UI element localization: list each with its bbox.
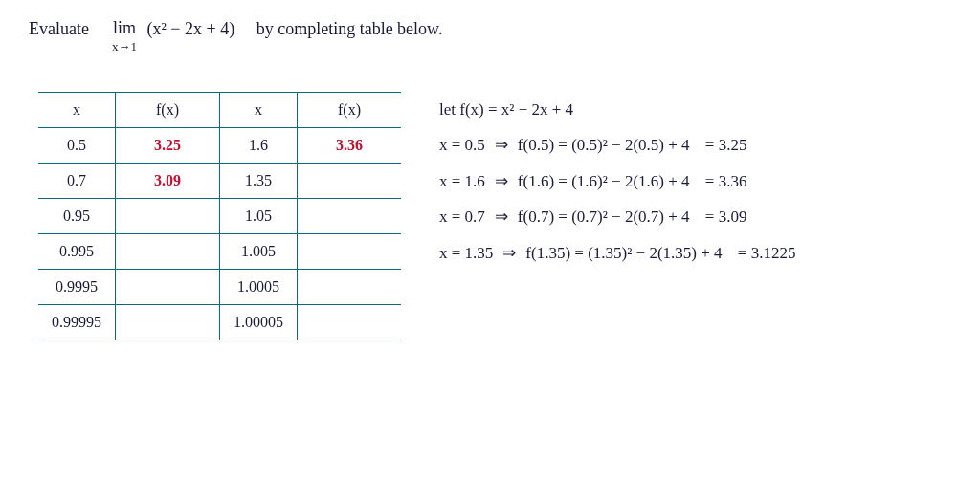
cell-x-left: 0.995 (38, 234, 116, 270)
work-fexpr: f(0.7) = (0.7)² − 2(0.7) + 4 (518, 208, 690, 226)
limit-expression: (x² − 2x + 4) (146, 19, 234, 38)
table-row: 0.73.091.35 (38, 164, 401, 199)
let-line: let f(x) = x² − 2x + 4 (439, 92, 795, 127)
table-row: 0.951.05 (38, 199, 401, 234)
cell-fx-left (116, 305, 220, 340)
work-fexpr: f(1.6) = (1.6)² − 2(1.6) + 4 (518, 172, 690, 190)
cell-x-right: 1.05 (220, 199, 298, 234)
work-fexpr: f(0.5) = (0.5)² − 2(0.5) + 4 (518, 136, 690, 154)
work-x: x = 0.5 (439, 136, 485, 154)
cell-x-left: 0.95 (38, 199, 116, 234)
arrow-icon: ⇒ (495, 199, 508, 234)
work-result: = 3.25 (702, 136, 747, 154)
cell-x-right: 1.6 (220, 128, 298, 164)
col-x-right: x (220, 93, 298, 128)
cell-fx-right (298, 199, 402, 234)
cell-x-right: 1.005 (220, 234, 298, 270)
work-x: x = 1.35 (439, 244, 493, 262)
arrow-icon: ⇒ (495, 164, 508, 199)
cell-x-left: 0.99995 (38, 305, 116, 340)
work-x: x = 1.6 (439, 172, 485, 190)
cell-x-left: 0.7 (38, 164, 116, 199)
cell-x-right: 1.00005 (220, 305, 298, 340)
work-line: x = 1.6⇒f(1.6) = (1.6)² − 2(1.6) + 4 = 3… (439, 164, 795, 199)
values-table: x f(x) x f(x) 0.53.251.63.360.73.091.350… (38, 92, 401, 340)
cell-fx-right (298, 234, 402, 270)
work-x: x = 0.7 (439, 208, 485, 226)
cell-fx-left (116, 199, 220, 234)
cell-fx-right (298, 270, 402, 305)
col-fx-right: f(x) (298, 93, 402, 128)
cell-fx-left (116, 234, 220, 270)
cell-fx-left: 3.25 (116, 128, 220, 164)
work-line: x = 0.7⇒f(0.7) = (0.7)² − 2(0.7) + 4 = 3… (439, 199, 795, 234)
cell-x-left: 0.9995 (38, 270, 116, 305)
table-row: 0.9951.005 (38, 234, 401, 270)
col-fx-left: f(x) (116, 93, 220, 128)
work-result: = 3.1225 (734, 244, 796, 262)
lim-word: lim (113, 18, 136, 37)
cell-fx-right (298, 305, 402, 340)
work-area: let f(x) = x² − 2x + 4 x = 0.5⇒f(0.5) = … (439, 92, 795, 340)
table-row: 0.53.251.63.36 (38, 128, 401, 164)
col-x-left: x (38, 93, 116, 128)
work-result: = 3.09 (702, 208, 747, 226)
limit-notation: lim x→1 (112, 19, 137, 54)
cell-fx-left: 3.09 (116, 164, 220, 199)
lim-sub: x→1 (112, 39, 137, 54)
work-fexpr: f(1.35) = (1.35)² − 2(1.35) + 4 (525, 244, 722, 262)
work-line: x = 0.5⇒f(0.5) = (0.5)² − 2(0.5) + 4 = 3… (439, 127, 795, 163)
evaluate-word: Evaluate (29, 19, 89, 38)
table-header-row: x f(x) x f(x) (38, 93, 401, 128)
cell-x-left: 0.5 (38, 128, 116, 164)
cell-fx-right: 3.36 (298, 128, 402, 164)
work-result: = 3.36 (702, 172, 747, 190)
cell-x-right: 1.35 (220, 164, 298, 199)
arrow-icon: ⇒ (502, 235, 516, 271)
work-line: x = 1.35⇒f(1.35) = (1.35)² − 2(1.35) + 4… (439, 235, 795, 271)
table-row: 0.99951.0005 (38, 270, 401, 305)
problem-title: Evaluate lim x→1 (x² − 2x + 4) by comple… (29, 19, 951, 54)
table-row: 0.999951.00005 (38, 305, 401, 340)
title-rest: by completing table below. (256, 19, 443, 38)
cell-fx-left (116, 270, 220, 305)
cell-fx-right (298, 164, 402, 199)
cell-x-right: 1.0005 (220, 270, 298, 305)
arrow-icon: ⇒ (495, 127, 508, 163)
